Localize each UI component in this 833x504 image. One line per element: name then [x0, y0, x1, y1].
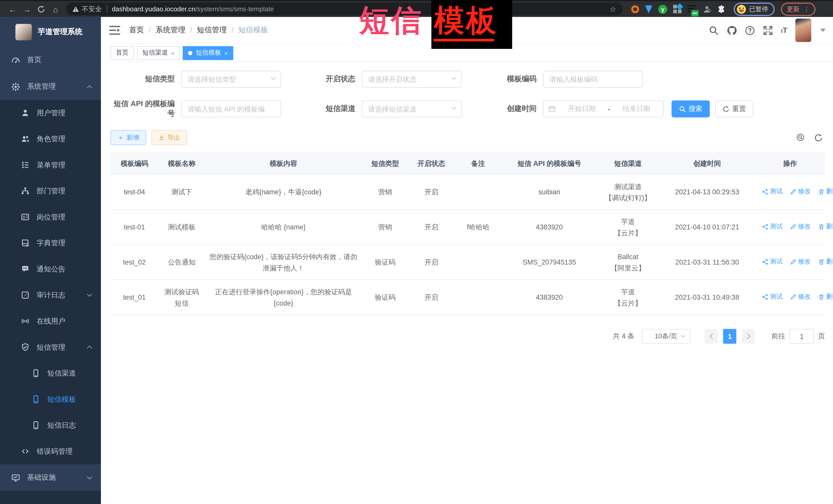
extension-ring-icon[interactable]	[631, 5, 639, 13]
search-icon[interactable]	[709, 25, 719, 35]
comment-icon	[21, 265, 30, 273]
close-icon[interactable]: ×	[171, 50, 174, 56]
forward-icon[interactable]: →	[20, 3, 34, 16]
goto-page-input[interactable]	[789, 329, 814, 344]
refresh-icon	[722, 105, 730, 112]
sidebar-item-online-users[interactable]: 在线用户	[0, 308, 101, 334]
date-range-picker[interactable]: 开始日期 - 结束日期	[543, 100, 664, 117]
breadcrumb-system[interactable]: 系统管理	[156, 25, 185, 35]
current-page[interactable]: 1	[723, 329, 736, 344]
bookmark-star-icon[interactable]: ☆	[610, 5, 616, 13]
delete-link[interactable]: 删除	[818, 186, 833, 197]
test-link[interactable]: 测试	[762, 291, 783, 303]
edit-icon	[790, 293, 796, 300]
app-logo[interactable]: 芋道管理系统	[0, 17, 101, 47]
edit-link[interactable]: 修改	[790, 291, 811, 303]
app-title: 芋道管理系统	[38, 27, 82, 37]
update-button[interactable]: 更新 ⋮	[781, 2, 815, 16]
calendar-icon	[548, 105, 556, 113]
search-button[interactable]: 搜索	[671, 100, 710, 117]
sidebar-item-sms-channel[interactable]: 短信渠道	[0, 360, 101, 386]
sidebar-item-dictionary[interactable]: 字典管理	[0, 230, 101, 256]
extensions-puzzle-icon[interactable]	[717, 5, 726, 14]
delete-link[interactable]: 删除	[818, 221, 833, 233]
tab-sms-template[interactable]: 短信模板 ×	[183, 46, 233, 60]
page-unit-label: 页	[818, 332, 825, 341]
caret-down-icon[interactable]	[820, 29, 826, 32]
breadcrumb-sms[interactable]: 短信管理	[197, 25, 227, 35]
reload-icon[interactable]	[34, 3, 48, 16]
extension-grid-icon[interactable]	[673, 5, 682, 13]
edit-link[interactable]: 修改	[790, 186, 811, 197]
sidebar-item-home[interactable]: 首页	[0, 47, 101, 73]
url-bar[interactable]: 不安全 dashboard.yudao.iocoder.cn/system/sm…	[66, 3, 623, 16]
tab-home[interactable]: 首页	[111, 46, 134, 60]
url-path: /system/sms/sms-template	[195, 5, 274, 13]
trash-icon	[818, 223, 825, 230]
test-link[interactable]: 测试	[762, 186, 783, 197]
page-size-select[interactable]: 10条/页	[642, 329, 690, 344]
edit-link[interactable]: 修改	[790, 256, 811, 267]
fullscreen-icon[interactable]	[763, 25, 773, 35]
menu-dots-icon[interactable]: ⋮	[803, 6, 810, 12]
export-button[interactable]: 导出	[151, 130, 187, 145]
prev-page-button[interactable]	[705, 329, 718, 344]
extension-y-icon[interactable]: y	[658, 5, 667, 14]
home-icon[interactable]: ⌂	[48, 3, 63, 16]
close-icon[interactable]: ×	[224, 50, 228, 56]
font-size-icon[interactable]: tT	[781, 26, 787, 34]
channel-cell: Ballcat【阿里云】	[597, 245, 660, 280]
url-divider	[106, 5, 107, 13]
avatar[interactable]	[795, 19, 811, 42]
chevron-up-icon	[87, 85, 93, 89]
sidebar-item-system[interactable]: 系统管理	[0, 73, 101, 100]
screen: ← → ⌂ 不安全 dashboard.yudao.iocoder.cn/sys…	[0, 0, 833, 504]
back-icon[interactable]: ←	[5, 3, 20, 16]
extension-person-icon[interactable]	[702, 5, 711, 14]
sidebar-item-departments[interactable]: 部门管理	[0, 178, 101, 204]
edit-icon	[790, 259, 796, 265]
help-icon[interactable]	[745, 25, 755, 35]
sidebar-item-menus[interactable]: 菜单管理	[0, 152, 101, 178]
github-icon[interactable]	[727, 25, 737, 35]
api-template-id-input[interactable]	[181, 100, 281, 117]
chevron-down-icon	[270, 76, 277, 80]
tab-sms-channel[interactable]: 短信渠道 ×	[137, 46, 180, 60]
chevron-down-icon	[451, 106, 457, 110]
breadcrumb-home[interactable]: 首页	[129, 25, 144, 35]
security-warning[interactable]: 不安全	[72, 5, 102, 14]
delete-link[interactable]: 删除	[818, 291, 833, 303]
toggle-search-icon[interactable]	[796, 133, 805, 142]
sidebar-item-error-codes[interactable]: 错误码管理	[0, 438, 101, 464]
trash-icon	[818, 293, 825, 300]
sidebar-item-notices[interactable]: 通知公告	[0, 256, 101, 282]
sidebar-item-sms-template[interactable]: 短信模板	[0, 386, 101, 412]
next-page-button[interactable]	[742, 329, 755, 344]
edit-link[interactable]: 修改	[790, 221, 811, 233]
profile-chip[interactable]: 已暂停	[734, 2, 775, 16]
test-link[interactable]: 测试	[762, 256, 783, 267]
sidebar-item-audit-log[interactable]: 审计日志	[0, 282, 101, 308]
sidebar-item-roles[interactable]: 角色管理	[0, 126, 101, 152]
api-template-id-label: 短信 API 的模板编号	[111, 99, 181, 119]
test-link[interactable]: 测试	[762, 221, 783, 233]
sidebar-item-infrastructure[interactable]: 基础设施	[0, 464, 101, 491]
add-button[interactable]: ＋ 新增	[111, 130, 146, 145]
sidebar-item-sms[interactable]: 短信管理	[0, 334, 101, 360]
status-select[interactable]	[362, 71, 462, 88]
sms-type-select[interactable]	[181, 71, 281, 88]
profile-label: 已暂停	[749, 5, 768, 14]
template-code-input[interactable]	[543, 71, 643, 88]
id-badge-icon	[21, 213, 30, 221]
sidebar-item-positions[interactable]: 岗位管理	[0, 204, 101, 230]
channel-select[interactable]	[362, 100, 462, 117]
sidebar-item-sms-log[interactable]: 短信日志	[0, 412, 101, 438]
refresh-table-icon[interactable]	[814, 133, 823, 142]
reset-button[interactable]: 重置	[715, 100, 753, 117]
table-row: test-04 测试下 老鸡{name}，牛逼{code} 营销 开启 suib…	[111, 174, 825, 210]
extension-drop-icon[interactable]	[645, 5, 652, 13]
sidebar-toggle-icon[interactable]	[109, 25, 121, 35]
sidebar-item-users[interactable]: 用户管理	[0, 100, 101, 126]
delete-link[interactable]: 删除	[818, 256, 833, 267]
extension-list-on-icon[interactable]: on	[687, 5, 696, 14]
